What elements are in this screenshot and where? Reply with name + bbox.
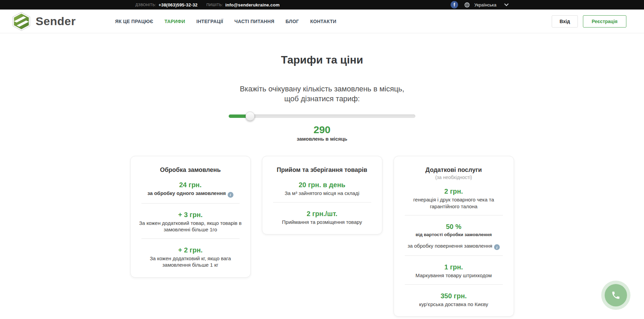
price-desc-row: Маркування товару штрихкодом bbox=[401, 272, 506, 279]
pricing-card: Обробка замовлень24 грн.за обробку одног… bbox=[130, 156, 251, 278]
orders-slider bbox=[229, 112, 415, 121]
price-desc-row: За кожен додатковий товар, якщо товарів … bbox=[138, 220, 243, 233]
pricing-card: Прийом та зберігання товарів20 грн. в де… bbox=[262, 156, 382, 234]
card-divider bbox=[141, 203, 240, 203]
price-desc-row: Приймання та розміщення товару bbox=[270, 219, 375, 226]
page-title: Тарифи та ціни bbox=[129, 54, 515, 66]
price-desc: За кожен додатковий товар, якщо товарів … bbox=[139, 220, 242, 233]
price-value: 2 грн. bbox=[401, 188, 506, 195]
price-desc-row: від вартості обробки замовлення bbox=[401, 232, 506, 238]
phone-link[interactable]: +38(063)595-32-32 bbox=[158, 2, 197, 7]
card-title: Прийом та зберігання товарів bbox=[270, 166, 375, 174]
card-title: Додаткові послуги bbox=[401, 166, 506, 174]
price-value: + 2 грн. bbox=[138, 246, 243, 254]
card-divider bbox=[141, 238, 240, 239]
facebook-icon[interactable]: f bbox=[451, 1, 458, 8]
pricing-cards: Обробка замовлень24 грн.за обробку одног… bbox=[129, 156, 515, 317]
chevron-down-icon bbox=[504, 2, 509, 8]
card-subtitle: (за необхідності) bbox=[401, 175, 506, 180]
price-desc-row: За кожен додатковий кг, якщо вага замовл… bbox=[138, 255, 243, 268]
register-button[interactable]: Реєстрація bbox=[583, 15, 626, 28]
info-icon[interactable]: i bbox=[228, 192, 233, 198]
nav-item-4[interactable]: БЛОГ bbox=[286, 19, 299, 24]
price-value: 2 грн./шт. bbox=[270, 210, 375, 218]
price-value: 24 грн. bbox=[138, 181, 243, 189]
card-title: Обробка замовлень bbox=[138, 166, 243, 174]
globe-icon bbox=[464, 2, 470, 8]
login-button[interactable]: Вхід bbox=[552, 15, 578, 28]
language-label: Українська bbox=[474, 2, 496, 7]
language-selector[interactable]: Українська bbox=[464, 2, 509, 8]
orders-value: 290 bbox=[129, 124, 515, 136]
price-value: 50 % bbox=[401, 223, 506, 231]
nav-item-2[interactable]: ІНТЕГРАЦІЇ bbox=[196, 19, 223, 24]
phone-icon bbox=[605, 284, 627, 306]
card-divider bbox=[405, 284, 503, 285]
price-desc-row: генерація і друк товарного чека та гаран… bbox=[401, 196, 506, 210]
price-value: 20 грн. в день bbox=[270, 181, 375, 189]
price-desc: за обробку повернення замовлення bbox=[408, 243, 492, 249]
price-desc-row: за обробку одного замовленняi bbox=[138, 190, 243, 198]
sender-hexagon-logo-icon bbox=[12, 12, 31, 31]
card-divider bbox=[405, 215, 503, 215]
brand-name: Sender bbox=[36, 15, 76, 28]
main-nav: ЯК ЦЕ ПРАЦЮЄТАРИФИІНТЕГРАЦІЇЧАСТІ ПИТАНН… bbox=[115, 19, 336, 24]
price-value: + 3 грн. bbox=[138, 211, 243, 219]
price-desc-row: За м³ зайнятого місця на складі bbox=[270, 190, 375, 197]
price-desc-row: за обробку повернення замовленняi bbox=[401, 243, 506, 250]
price-desc-row: кур'єрська доставка по Києву bbox=[401, 301, 506, 308]
price-value: 350 грн. bbox=[401, 292, 506, 300]
price-desc: Маркування товару штрихкодом bbox=[416, 272, 492, 278]
price-value: 1 грн. bbox=[401, 263, 506, 271]
card-divider bbox=[273, 202, 371, 202]
price-desc: За м³ зайнятого місця на складі bbox=[285, 190, 359, 196]
nav-item-5[interactable]: КОНТАКТИ bbox=[310, 19, 336, 24]
price-desc: За кожен додатковий кг, якщо вага замовл… bbox=[150, 255, 231, 268]
slider-track[interactable] bbox=[229, 114, 415, 118]
price-desc: генерація і друк товарного чека та гаран… bbox=[413, 197, 494, 209]
card-divider bbox=[405, 255, 503, 256]
pricing-card: Додаткові послуги(за необхідності)2 грн.… bbox=[394, 156, 514, 317]
call-label: ДЗВОНІТЬ: bbox=[135, 3, 156, 7]
nav-item-0[interactable]: ЯК ЦЕ ПРАЦЮЄ bbox=[115, 19, 153, 24]
email-link[interactable]: info@senderukraine.com bbox=[225, 2, 280, 7]
slider-handle[interactable] bbox=[246, 112, 255, 121]
site-header: Sender ЯК ЦЕ ПРАЦЮЄТАРИФИІНТЕГРАЦІЇЧАСТІ… bbox=[0, 10, 644, 33]
nav-item-3[interactable]: ЧАСТІ ПИТАННЯ bbox=[234, 19, 274, 24]
write-label: ПИШІТЬ: bbox=[206, 3, 223, 7]
logo[interactable]: Sender bbox=[12, 12, 76, 31]
slider-instruction-line2: щоб дізнатися тариф: bbox=[129, 94, 515, 104]
pricing-section: Тарифи та ціни Вкажіть очікувану кількіс… bbox=[129, 54, 515, 319]
slider-instruction: Вкажіть очікувану кількість замовлень в … bbox=[129, 84, 515, 104]
info-icon[interactable]: i bbox=[494, 244, 500, 250]
contact-block: ДЗВОНІТЬ: +38(063)595-32-32 ПИШІТЬ: info… bbox=[135, 2, 280, 7]
slider-instruction-line1: Вкажіть очікувану кількість замовлень в … bbox=[129, 84, 515, 94]
orders-label: замовлень в місяць bbox=[129, 136, 515, 142]
callback-button[interactable] bbox=[601, 281, 630, 310]
topbar: ДЗВОНІТЬ: +38(063)595-32-32 ПИШІТЬ: info… bbox=[0, 0, 644, 10]
price-desc: кур'єрська доставка по Києву bbox=[419, 301, 488, 307]
price-desc: Приймання та розміщення товару bbox=[282, 219, 362, 225]
price-desc: за обробку одного замовлення bbox=[147, 190, 226, 196]
nav-item-1[interactable]: ТАРИФИ bbox=[165, 19, 185, 24]
price-desc: від вартості обробки замовлення bbox=[416, 232, 492, 237]
